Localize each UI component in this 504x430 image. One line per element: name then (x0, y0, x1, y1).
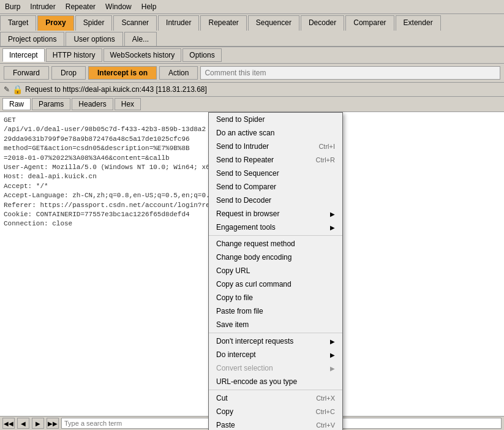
menu-item-send-to-repeater[interactable]: Send to RepeaterCtrl+R (209, 153, 342, 167)
nav-next-next-button[interactable]: ▶▶ (47, 418, 59, 429)
menu-item-label-send-to-spider: Send to Spider (216, 115, 265, 124)
menu-item-copy-url[interactable]: Copy URL (209, 264, 342, 277)
menu-item-label-do-intercept: Do intercept (216, 350, 256, 359)
menu-item-copy-as-curl[interactable]: Copy as curl command (209, 277, 342, 291)
menu-intruder[interactable]: Intruder (28, 1, 58, 12)
tab-repeater[interactable]: Repeater (200, 15, 246, 31)
request-bar: ✎ 🔒 Request to https://deal-api.kuick.cn… (0, 83, 504, 97)
tab-user-options[interactable]: User options (66, 32, 122, 46)
editor-tab-raw[interactable]: Raw (2, 98, 31, 110)
menu-item-dont-intercept[interactable]: Don't intercept requests▶ (209, 334, 342, 348)
menu-item-label-request-in-browser: Request in browser (216, 209, 279, 218)
subtab-http-history[interactable]: HTTP history (46, 48, 102, 62)
menu-item-label-save-item: Save item (216, 320, 249, 329)
comment-input[interactable] (200, 66, 500, 80)
menu-item-save-item[interactable]: Save item (209, 318, 342, 331)
menu-repeater[interactable]: Repeater (63, 1, 98, 12)
tab-proxy[interactable]: Proxy (37, 15, 73, 31)
tab-sequencer[interactable]: Sequencer (248, 15, 299, 31)
request-url: Request to https://deal-api.kuick.cn:443… (25, 85, 207, 94)
subtab-websockets-history[interactable]: WebSockets history (103, 48, 182, 62)
menu-item-shortcut-cut: Ctrl+X (316, 394, 335, 402)
menu-item-send-to-spider[interactable]: Send to Spider (209, 113, 342, 126)
tab-scanner[interactable]: Scanner (113, 15, 157, 31)
menu-help[interactable]: Help (139, 1, 159, 12)
menu-item-label-do-active-scan: Do an active scan (216, 129, 274, 137)
menu-item-shortcut-paste: Ctrl+V (316, 421, 335, 429)
menu-item-engagement-tools[interactable]: Engagement tools▶ (209, 221, 342, 234)
menu-item-arrow-engagement-tools: ▶ (330, 224, 335, 231)
editor-tab-params[interactable]: Params (32, 98, 70, 110)
menu-item-arrow-dont-intercept: ▶ (330, 338, 335, 345)
subtab-options[interactable]: Options (182, 48, 221, 62)
menu-item-send-to-comparer[interactable]: Send to Comparer (209, 180, 342, 194)
menu-item-label-url-encode: URL-encode as you type (216, 377, 297, 386)
menu-item-arrow-convert-selection: ▶ (330, 365, 335, 372)
menu-item-convert-selection: Convert selection▶ (209, 361, 342, 375)
menu-item-label-change-body-encoding: Change body encoding (216, 253, 291, 262)
menu-item-shortcut-send-to-intruder: Ctrl+I (318, 143, 335, 150)
nav-prev-prev-button[interactable]: ◀◀ (2, 418, 15, 429)
menu-item-label-cut: Cut (216, 394, 228, 402)
menu-item-copy[interactable]: CopyCtrl+C (209, 405, 342, 418)
tab-project-options[interactable]: Project options (0, 32, 64, 46)
menu-item-send-to-intruder[interactable]: Send to IntruderCtrl+I (209, 140, 342, 153)
menu-item-shortcut-copy: Ctrl+C (316, 408, 335, 415)
forward-button[interactable]: Forward (4, 66, 49, 80)
tab-spider[interactable]: Spider (75, 15, 113, 31)
menu-divider (209, 235, 342, 236)
menu-window[interactable]: Window (103, 1, 134, 12)
menu-item-label-engagement-tools: Engagement tools (216, 223, 276, 232)
menu-item-label-convert-selection: Convert selection (216, 364, 273, 372)
tab-intruder[interactable]: Intruder (158, 15, 199, 31)
menu-item-arrow-do-intercept: ▶ (330, 352, 335, 358)
menu-item-label-paste: Paste (216, 421, 235, 429)
subtab-intercept[interactable]: Intercept (2, 48, 45, 62)
menu-divider (209, 333, 342, 333)
menu-item-label-paste-from-file: Paste from file (216, 307, 263, 315)
menu-item-shortcut-send-to-repeater: Ctrl+R (316, 156, 335, 164)
nav-prev-button[interactable]: ◀ (17, 418, 29, 429)
sub-tab-bar: Intercept HTTP history WebSockets histor… (0, 47, 504, 64)
menu-divider (209, 390, 342, 390)
context-menu: Send to SpiderDo an active scanSend to I… (208, 112, 343, 430)
action-button[interactable]: Action (159, 66, 198, 80)
menu-item-label-copy-to-file: Copy to file (216, 293, 253, 302)
menu-item-url-encode[interactable]: URL-encode as you type (209, 375, 342, 388)
edit-icon: ✎ (4, 85, 10, 94)
intercept-toolbar: Forward Drop Intercept is on Action (0, 64, 504, 83)
menu-item-label-send-to-repeater: Send to Repeater (216, 156, 274, 164)
menu-item-send-to-decoder[interactable]: Send to Decoder (209, 194, 342, 207)
menu-item-do-active-scan[interactable]: Do an active scan (209, 126, 342, 140)
editor-tab-bar: Raw Params Headers Hex (0, 97, 504, 112)
menu-item-label-send-to-decoder: Send to Decoder (216, 196, 271, 205)
content-area: GET /api/v1.0/deal-user/98b05c7d-f433-42… (0, 112, 504, 430)
menu-item-paste-from-file[interactable]: Paste from file (209, 304, 342, 318)
menu-item-label-send-to-comparer: Send to Comparer (216, 183, 276, 191)
menu-item-label-copy-as-curl: Copy as curl command (216, 280, 291, 289)
tab-decoder[interactable]: Decoder (301, 15, 344, 31)
menu-item-change-body-encoding[interactable]: Change body encoding (209, 251, 342, 264)
menu-item-change-request-method[interactable]: Change request method (209, 237, 342, 251)
menu-item-cut[interactable]: CutCtrl+X (209, 391, 342, 405)
lock-icon: 🔒 (12, 85, 23, 94)
menu-item-label-dont-intercept: Don't intercept requests (216, 337, 293, 345)
tab-comparer[interactable]: Comparer (345, 15, 394, 31)
editor-tab-hex[interactable]: Hex (115, 98, 141, 110)
intercept-toggle-button[interactable]: Intercept is on (88, 66, 157, 80)
menu-item-request-in-browser[interactable]: Request in browser▶ (209, 207, 342, 221)
menu-item-label-copy-url: Copy URL (216, 266, 250, 275)
editor-tab-headers[interactable]: Headers (72, 98, 113, 110)
menu-burp[interactable]: Burp (2, 1, 23, 12)
tab-extender[interactable]: Extender (396, 15, 441, 31)
nav-next-button[interactable]: ▶ (32, 418, 44, 429)
drop-button[interactable]: Drop (51, 66, 86, 80)
menu-item-send-to-sequencer[interactable]: Send to Sequencer (209, 167, 342, 180)
menu-bar: Burp Intruder Repeater Window Help (0, 0, 504, 14)
menu-item-arrow-request-in-browser: ▶ (330, 211, 335, 217)
menu-item-copy-to-file[interactable]: Copy to file (209, 291, 342, 304)
menu-item-paste[interactable]: PasteCtrl+V (209, 418, 342, 430)
menu-item-do-intercept[interactable]: Do intercept▶ (209, 348, 342, 361)
tab-alerts[interactable]: Ale... (124, 32, 157, 46)
tab-target[interactable]: Target (0, 15, 36, 31)
